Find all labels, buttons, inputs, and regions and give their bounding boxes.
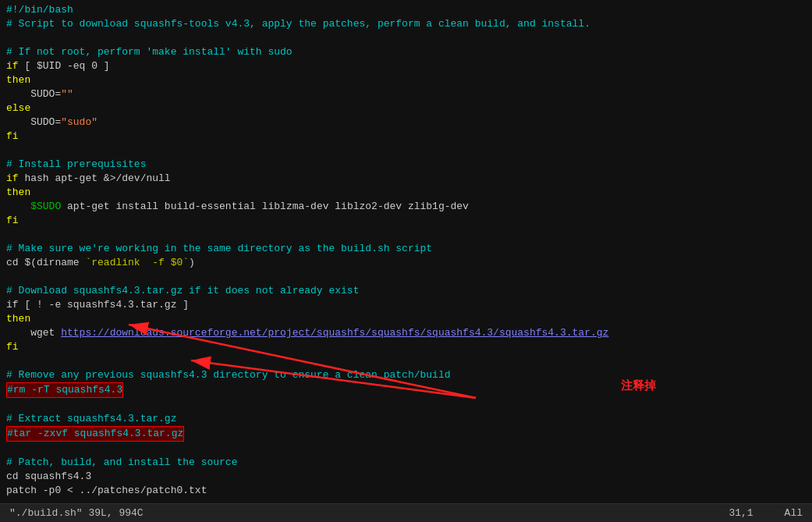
code-line: SUDO="" bbox=[6, 87, 806, 101]
code-line: # Script to download squashfs-tools v4.3… bbox=[6, 17, 806, 31]
annotation-label: 注释掉 bbox=[621, 378, 656, 393]
file-info: "./build.sh" 39L, 994C bbox=[9, 507, 144, 519]
code-line: cd $(dirname `readlink -f $0`) bbox=[6, 256, 806, 270]
status-bar: "./build.sh" 39L, 994C 31,1 All bbox=[0, 503, 812, 522]
code-line: fi bbox=[6, 340, 806, 354]
code-line: # Extract squashfs4.3.tar.gz bbox=[6, 412, 806, 426]
code-editor: #!/bin/bash # Script to download squashf… bbox=[0, 0, 812, 503]
code-line bbox=[6, 498, 806, 503]
code-line: # Download squashfs4.3.tar.gz if it does… bbox=[6, 284, 806, 298]
code-line bbox=[6, 144, 806, 158]
code-line: $SUDO apt-get install build-essential li… bbox=[6, 200, 806, 214]
code-line: then bbox=[6, 73, 806, 87]
code-line: SUDO="sudo" bbox=[6, 115, 806, 130]
highlighted-line-2: #tar -zxvf squashfs4.3.tar.gz bbox=[6, 426, 806, 442]
code-line bbox=[6, 270, 806, 284]
code-line: # Make sure we're working in the same di… bbox=[6, 242, 806, 256]
code-line: # If not root, perform 'make install' wi… bbox=[6, 45, 806, 59]
code-line: if [ ! -e squashfs4.3.tar.gz ] bbox=[6, 298, 806, 312]
cursor-position: 31,1 bbox=[729, 507, 753, 519]
code-line: # Install prerequisites bbox=[6, 158, 806, 172]
code-line: #!/bin/bash bbox=[6, 3, 806, 17]
code-line: else bbox=[6, 101, 806, 115]
code-line: # Remove any previous squashfs4.3 direct… bbox=[6, 368, 806, 382]
code-line: fi bbox=[6, 214, 806, 228]
highlighted-line-1: #rm -rT squashfs4.3 bbox=[6, 382, 806, 398]
code-line: patch -p0 < ../patches/patch0.txt bbox=[6, 484, 806, 498]
code-line: wget https://downloads.sourceforge.net/p… bbox=[6, 326, 806, 340]
code-line: then bbox=[6, 186, 806, 200]
code-line bbox=[6, 354, 806, 368]
code-line bbox=[6, 442, 806, 456]
code-line: cd squashfs4.3 bbox=[6, 470, 806, 484]
code-line: then bbox=[6, 312, 806, 326]
code-line bbox=[6, 31, 806, 45]
scroll-indicator: All bbox=[785, 507, 803, 519]
code-line: if [ $UID -eq 0 ] bbox=[6, 59, 806, 73]
code-line bbox=[6, 398, 806, 412]
code-line: fi bbox=[6, 130, 806, 144]
code-line bbox=[6, 228, 806, 242]
code-line: if hash apt-get &>/dev/null bbox=[6, 172, 806, 186]
code-line: # Patch, build, and install the source bbox=[6, 456, 806, 470]
